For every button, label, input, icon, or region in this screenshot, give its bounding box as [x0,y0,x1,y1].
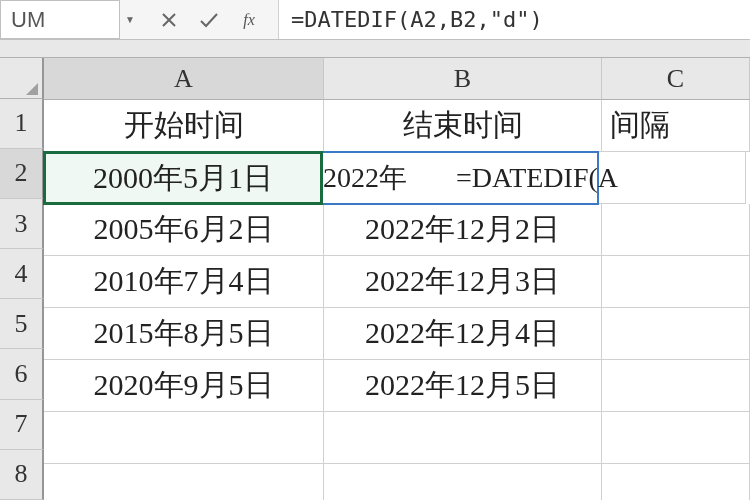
cell-C6[interactable] [602,360,750,412]
cell-A5[interactable]: 2015年8月5日 [44,308,324,360]
cell-A4[interactable]: 2010年7月4日 [44,256,324,308]
name-box-dropdown-icon[interactable]: ▼ [120,0,140,39]
cell-B3[interactable]: 2022年12月2日 [324,204,602,256]
cell-C2-formula-overflow: =DATEDIF(A [456,162,618,193]
row-header-3[interactable]: 3 [0,199,44,249]
enter-icon[interactable] [198,9,220,31]
column-headers-row: A B C [44,58,750,100]
cell-C2[interactable] [598,152,746,204]
cell-C4[interactable] [602,256,750,308]
row-header-2[interactable]: 2 [0,149,44,199]
ribbon-divider [0,40,750,58]
name-box[interactable]: UM [0,0,120,39]
select-all-corner[interactable] [0,58,44,99]
cell-B8[interactable] [324,464,602,500]
cell-C7[interactable] [602,412,750,464]
spreadsheet-grid: 1 2 3 4 5 6 7 8 A B C 开始时间 结束时间 间隔 2000年… [0,58,750,500]
table-row [44,412,750,464]
cell-B2-value: 2022年 [323,162,407,193]
cell-B5[interactable]: 2022年12月4日 [324,308,602,360]
cell-C8[interactable] [602,464,750,500]
cell-B2[interactable]: 2022年 =DATEDIF(A [321,151,599,205]
cell-A8[interactable] [44,464,324,500]
table-row: 开始时间 结束时间 间隔 [44,100,750,152]
row-header-5[interactable]: 5 [0,299,44,349]
col-header-A[interactable]: A [44,58,324,100]
fx-icon[interactable]: fx [238,9,260,31]
cell-A7[interactable] [44,412,324,464]
formula-input[interactable]: =DATEDIF(A2,B2,"d") [279,0,750,39]
columns-area: A B C 开始时间 结束时间 间隔 2000年5月1日 2022年 =DATE… [44,58,750,500]
table-row: 2020年9月5日 2022年12月5日 [44,360,750,412]
cell-C3[interactable] [602,204,750,256]
cell-B4[interactable]: 2022年12月3日 [324,256,602,308]
cell-C1[interactable]: 间隔 [602,100,750,152]
cell-A2[interactable]: 2000年5月1日 [43,151,323,205]
cell-B1[interactable]: 结束时间 [324,100,602,152]
formula-bar: UM ▼ fx =DATEDIF(A2,B2,"d") [0,0,750,40]
col-header-B[interactable]: B [324,58,602,100]
row-header-4[interactable]: 4 [0,249,44,299]
data-rows: 开始时间 结束时间 间隔 2000年5月1日 2022年 =DATEDIF(A … [44,100,750,500]
row-header-7[interactable]: 7 [0,400,44,450]
table-row [44,464,750,500]
table-row: 2015年8月5日 2022年12月4日 [44,308,750,360]
cell-B2-overflow-text: 2022年 =DATEDIF(A [323,159,618,197]
cell-B6[interactable]: 2022年12月5日 [324,360,602,412]
cell-A6[interactable]: 2020年9月5日 [44,360,324,412]
row-header-1[interactable]: 1 [0,99,44,149]
table-row: 2010年7月4日 2022年12月3日 [44,256,750,308]
cell-A1[interactable]: 开始时间 [44,100,324,152]
row-header-6[interactable]: 6 [0,349,44,399]
table-row: 2005年6月2日 2022年12月2日 [44,204,750,256]
col-header-C[interactable]: C [602,58,750,100]
cell-A3[interactable]: 2005年6月2日 [44,204,324,256]
formula-bar-buttons: fx [140,0,279,39]
cancel-icon[interactable] [158,9,180,31]
cell-B7[interactable] [324,412,602,464]
table-row: 2000年5月1日 2022年 =DATEDIF(A [44,152,750,204]
row-headers-column: 1 2 3 4 5 6 7 8 [0,58,44,500]
cell-C5[interactable] [602,308,750,360]
row-header-8[interactable]: 8 [0,450,44,500]
